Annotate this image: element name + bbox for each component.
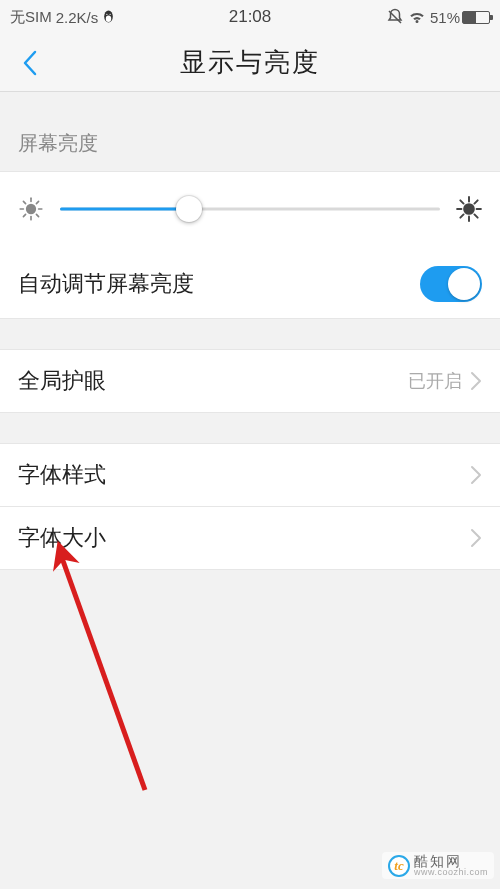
- auto-brightness-row: 自动调节屏幕亮度: [0, 250, 500, 319]
- dnd-icon: [386, 8, 404, 26]
- battery-percent: 51%: [430, 9, 460, 26]
- font-size-label: 字体大小: [18, 523, 470, 553]
- chevron-right-icon: [470, 528, 482, 548]
- watermark-name: 酷知网: [414, 854, 488, 868]
- svg-line-9: [23, 201, 25, 203]
- svg-point-1: [106, 15, 111, 22]
- font-style-row[interactable]: 字体样式: [0, 443, 500, 507]
- svg-line-22: [62, 558, 145, 790]
- svg-line-10: [36, 214, 38, 216]
- status-carrier: 无SIM: [10, 8, 52, 27]
- eyecare-label: 全局护眼: [18, 366, 408, 396]
- svg-point-13: [464, 204, 474, 214]
- watermark: tc 酷知网 www.coozhi.com: [382, 852, 494, 879]
- brightness-slider[interactable]: [60, 197, 440, 221]
- svg-line-18: [460, 200, 463, 203]
- nav-header: 显示与亮度: [0, 34, 500, 92]
- battery-fill: [463, 12, 476, 23]
- auto-brightness-toggle[interactable]: [420, 266, 482, 302]
- eyecare-value: 已开启: [408, 369, 462, 393]
- font-size-row[interactable]: 字体大小: [0, 507, 500, 570]
- qq-icon: [102, 9, 115, 25]
- auto-brightness-label: 自动调节屏幕亮度: [18, 269, 420, 299]
- svg-line-20: [460, 214, 463, 217]
- svg-line-12: [36, 201, 38, 203]
- svg-line-19: [474, 214, 477, 217]
- svg-line-11: [23, 214, 25, 216]
- eyecare-row[interactable]: 全局护眼 已开启: [0, 349, 500, 413]
- chevron-right-icon: [470, 465, 482, 485]
- brightness-high-icon: [456, 196, 482, 222]
- chevron-right-icon: [470, 371, 482, 391]
- brightness-section-label: 屏幕亮度: [0, 122, 500, 171]
- brightness-low-icon: [18, 196, 44, 222]
- svg-line-21: [474, 200, 477, 203]
- svg-point-2: [106, 14, 107, 15]
- status-time: 21:08: [229, 7, 272, 26]
- brightness-row: [0, 171, 500, 250]
- watermark-logo: tc: [388, 855, 410, 877]
- annotation-arrow: [40, 540, 160, 800]
- battery-indicator: 51%: [430, 9, 490, 26]
- page-title: 显示与亮度: [180, 45, 320, 80]
- back-button[interactable]: [8, 34, 52, 91]
- svg-point-3: [110, 14, 111, 15]
- svg-point-4: [27, 205, 36, 214]
- watermark-url: www.coozhi.com: [414, 868, 488, 877]
- status-bar: 无SIM 2.2K/s 21:08 51%: [0, 0, 500, 34]
- status-netspeed: 2.2K/s: [56, 9, 99, 26]
- font-style-label: 字体样式: [18, 460, 470, 490]
- wifi-icon: [408, 8, 426, 26]
